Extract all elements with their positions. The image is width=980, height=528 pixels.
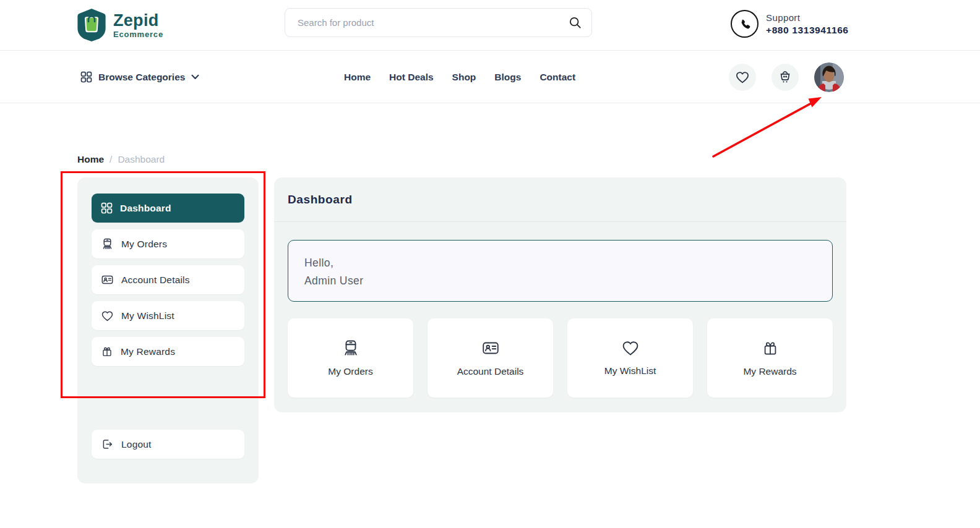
brand-name: Zepid xyxy=(113,12,163,29)
nav-link-blogs[interactable]: Blogs xyxy=(494,72,521,83)
orders-icon xyxy=(101,237,114,250)
top-header: Zepid Ecommerce Support +880 1313941166 xyxy=(0,0,980,51)
greeting-card: Hello, Admin User xyxy=(288,240,833,302)
card-account-details[interactable]: Account Details xyxy=(428,318,553,398)
breadcrumb: Home / Dashboard xyxy=(77,154,165,165)
card-label: My Rewards xyxy=(743,366,796,377)
logout-label: Logout xyxy=(121,439,152,450)
account-sidebar: Dashboard My Orders Account Details xyxy=(77,177,259,483)
heart-icon xyxy=(621,339,640,357)
greeting-line1: Hello, xyxy=(304,254,816,272)
sidebar-item-my-rewards[interactable]: My Rewards xyxy=(92,337,244,366)
nav-link-contact[interactable]: Contact xyxy=(539,72,575,83)
sidebar-item-label: Dashboard xyxy=(120,203,171,214)
logout-button[interactable]: Logout xyxy=(92,430,244,459)
greeting-line2: Admin User xyxy=(304,272,816,290)
gift-icon xyxy=(101,345,113,358)
breadcrumb-home[interactable]: Home xyxy=(77,154,104,165)
orders-icon xyxy=(342,339,360,357)
nav-link-home[interactable]: Home xyxy=(344,72,371,83)
sidebar-item-label: My Rewards xyxy=(121,346,175,357)
sidebar-item-account-details[interactable]: Account Details xyxy=(92,265,244,294)
grid-icon xyxy=(101,202,113,214)
id-card-icon xyxy=(101,273,114,286)
card-my-orders[interactable]: My Orders xyxy=(288,318,413,398)
id-card-icon xyxy=(481,339,500,357)
browse-categories-button[interactable]: Browse Categories xyxy=(80,51,199,103)
browse-categories-label: Browse Categories xyxy=(98,72,185,83)
nav-links: Home Hot Deals Shop Blogs Contact xyxy=(344,51,575,103)
search-input[interactable] xyxy=(285,8,592,37)
logout-icon xyxy=(101,438,114,451)
cart-icon xyxy=(778,70,793,85)
brand-shield-icon xyxy=(76,8,107,42)
nav-link-hot-deals[interactable]: Hot Deals xyxy=(389,72,434,83)
sidebar-item-my-orders[interactable]: My Orders xyxy=(92,229,244,258)
chevron-down-icon xyxy=(191,74,199,80)
brand-logo[interactable]: Zepid Ecommerce xyxy=(76,8,163,42)
sidebar-item-dashboard[interactable]: Dashboard xyxy=(92,194,244,223)
sidebar-item-my-wishlist[interactable]: My WishList xyxy=(92,301,244,330)
support-label: Support xyxy=(766,12,849,23)
sidebar-item-label: Account Details xyxy=(121,275,190,286)
wishlist-button[interactable] xyxy=(729,64,756,91)
page-title: Dashboard xyxy=(274,177,846,222)
grid-icon xyxy=(80,71,92,83)
breadcrumb-current: Dashboard xyxy=(118,154,165,165)
card-label: Account Details xyxy=(457,366,524,377)
card-label: My Orders xyxy=(328,366,372,377)
nav-action-icons xyxy=(729,51,844,103)
card-my-wishlist[interactable]: My WishList xyxy=(567,318,693,398)
card-my-rewards[interactable]: My Rewards xyxy=(707,318,833,398)
sidebar-item-label: My Orders xyxy=(121,239,167,250)
search-icon[interactable] xyxy=(569,16,582,29)
nav-link-shop[interactable]: Shop xyxy=(452,72,476,83)
support-phone: +880 1313941166 xyxy=(766,25,849,36)
heart-icon xyxy=(101,310,114,322)
brand-tagline: Ecommerce xyxy=(113,30,163,39)
card-label: My WishList xyxy=(604,365,656,377)
gift-icon xyxy=(762,339,779,357)
breadcrumb-separator: / xyxy=(110,154,112,165)
heart-icon xyxy=(735,70,750,84)
main-navbar: Browse Categories Home Hot Deals Shop Bl… xyxy=(0,51,980,103)
user-avatar[interactable] xyxy=(814,62,844,92)
support-contact: Support +880 1313941166 xyxy=(731,10,849,38)
dashboard-panel: Dashboard Hello, Admin User My Orders xyxy=(274,177,846,412)
phone-icon xyxy=(731,10,759,38)
cart-button[interactable] xyxy=(772,64,799,91)
product-search xyxy=(285,8,592,37)
dashboard-cards: My Orders Account Details xyxy=(288,318,833,398)
sidebar-item-label: My WishList xyxy=(121,310,174,321)
